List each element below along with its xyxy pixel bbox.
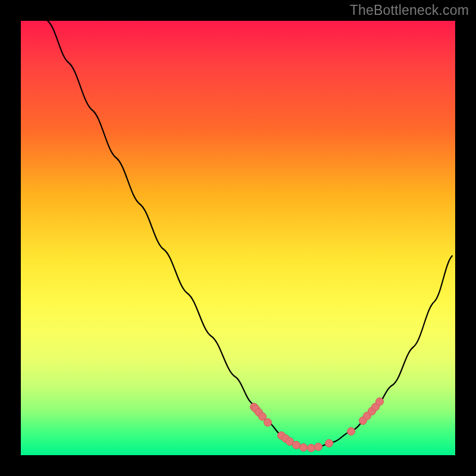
curve-marker	[315, 443, 322, 451]
watermark-text: TheBottleneck.com	[350, 2, 469, 18]
curve-marker	[308, 444, 315, 452]
chart-frame: TheBottleneck.com	[0, 0, 476, 476]
curve-marker	[325, 440, 333, 447]
bottleneck-curve	[21, 21, 455, 455]
curve-marker	[264, 419, 272, 427]
curve-marker	[300, 444, 308, 452]
curve-marker	[347, 428, 355, 436]
curve-marker	[376, 398, 384, 406]
curve-marker	[259, 413, 267, 421]
curve-marker	[293, 441, 300, 449]
